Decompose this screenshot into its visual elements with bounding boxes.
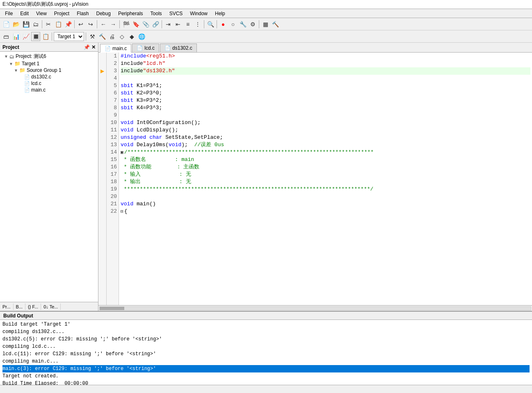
- main-layout: Project 📌 ✕ ▼ 🗂 Project: 测试6 ▼ 📁 Target …: [0, 43, 532, 311]
- project-pin-icon[interactable]: 📌: [84, 44, 90, 50]
- collapse-btn-22[interactable]: ⊟: [121, 208, 123, 215]
- ln-21: 21: [107, 200, 117, 208]
- tb-save-all[interactable]: 🗂: [31, 20, 40, 29]
- code-line-9: [121, 112, 530, 119]
- build-line-9: Build Time Elapsed: 00:00:00: [2, 380, 530, 385]
- tb2-3[interactable]: 📈: [21, 32, 30, 41]
- tb-view-grid[interactable]: ▦: [261, 20, 270, 29]
- tab-lcd-c[interactable]: 📄 lcd.c: [132, 44, 159, 52]
- code-line-15: * 函数名 : main: [121, 156, 530, 163]
- menu-debug[interactable]: Debug: [93, 10, 114, 17]
- hscroll-thumb[interactable]: [100, 307, 124, 310]
- file-lcd-name: lcd.c: [31, 80, 41, 86]
- tab-main-c[interactable]: 📄 main.c: [100, 44, 131, 53]
- code-editor[interactable]: #include<reg51.h> include"lcd.h" include…: [119, 53, 532, 305]
- tb2-build2[interactable]: 🖨: [107, 32, 116, 41]
- sep10: [86, 32, 86, 41]
- tb-open[interactable]: 📂: [11, 20, 21, 29]
- proj-tab-te[interactable]: 0↓ Te...: [41, 303, 61, 310]
- tree-source-group[interactable]: ▼ 📁 Source Group 1: [1, 67, 97, 74]
- project-name: Project: 测试6: [16, 53, 46, 60]
- tb-build-stop[interactable]: ●: [219, 20, 228, 29]
- ln-10: 10: [107, 119, 117, 126]
- tree-target1[interactable]: ▼ 📁 Target 1: [1, 60, 97, 67]
- tb-indent3[interactable]: ≡: [183, 20, 192, 29]
- menu-flash[interactable]: Flash: [73, 10, 92, 17]
- code-container: ▶: [98, 53, 532, 305]
- tb-nav-fwd[interactable]: →: [109, 20, 118, 29]
- tb-misc1[interactable]: 🔍: [206, 20, 215, 29]
- tb-cut[interactable]: ✂: [44, 20, 53, 29]
- tb-indent2[interactable]: ⇤: [174, 20, 183, 29]
- build-line-5: lcd.c(11): error C129: missing ';' befor…: [2, 350, 530, 358]
- tb-new[interactable]: 📄: [2, 20, 11, 29]
- code-line-1-content: #include: [121, 53, 146, 60]
- project-tree: ▼ 🗂 Project: 测试6 ▼ 📁 Target 1 ▼ 📁 Source…: [0, 52, 98, 302]
- menu-window[interactable]: Window: [187, 10, 211, 17]
- ln-11: 11: [107, 126, 117, 134]
- tb-bookmark2[interactable]: 🔖: [131, 20, 140, 29]
- build-line-2: compiling ds1302.c...: [2, 328, 530, 336]
- code-line-11: void LcdDisplay();: [121, 126, 530, 134]
- tree-file-lcd[interactable]: 📄 lcd.c: [1, 80, 97, 87]
- tb2-5[interactable]: 📋: [41, 32, 50, 41]
- menu-edit[interactable]: Edit: [17, 10, 32, 17]
- tab-lcd-c-label: lcd.c: [144, 45, 155, 51]
- sep9: [52, 32, 52, 41]
- tb-bookmark4[interactable]: 🔗: [151, 20, 160, 29]
- code-line-6: sbit K2=P3^0;: [121, 90, 530, 97]
- tb-undo[interactable]: ↩: [76, 20, 85, 29]
- horizontal-scrollbar[interactable]: [98, 305, 532, 311]
- menu-peripherals[interactable]: Peripherals: [115, 10, 146, 17]
- tree-file-main[interactable]: 📄 main.c: [1, 87, 97, 93]
- tb-build-circle[interactable]: ○: [228, 20, 237, 29]
- tb2-4[interactable]: 🔳: [31, 32, 40, 41]
- tb2-build4[interactable]: ◆: [127, 32, 136, 41]
- menu-file[interactable]: File: [2, 10, 16, 17]
- tb-copy[interactable]: 📋: [54, 20, 63, 29]
- tree-file-ds1302[interactable]: 📄 ds1302.c: [1, 74, 97, 80]
- menu-tools[interactable]: Tools: [147, 10, 165, 17]
- tb2-6[interactable]: ⚒: [88, 32, 97, 41]
- file-ds1302-icon: 📄: [24, 74, 30, 80]
- tb-indent4[interactable]: ⋮: [193, 20, 202, 29]
- tab-ds1302-c[interactable]: 📄 ds1302.c: [160, 44, 197, 52]
- menu-view[interactable]: View: [33, 10, 50, 17]
- toolbar1: 📄 📂 💾 🗂 ✂ 📋 📌 ↩ ↪ ← → 🏁 🔖 📎 🔗 ⇥ ⇤ ≡ ⋮ 🔍 …: [0, 18, 532, 30]
- arrow-3: ▶: [100, 67, 104, 75]
- tb2-build5[interactable]: 🌐: [137, 32, 146, 41]
- tb2-1[interactable]: 🗃: [2, 32, 11, 41]
- proj-tab-b[interactable]: B...: [14, 303, 26, 310]
- tb-nav-back[interactable]: ←: [99, 20, 108, 29]
- tb-bookmark3[interactable]: 📎: [141, 20, 150, 29]
- menu-project[interactable]: Project: [51, 10, 73, 17]
- build-line-7-highlighted[interactable]: main.c(3): error C129: missing ';' befor…: [2, 365, 530, 372]
- tb2-2[interactable]: 📊: [11, 32, 21, 41]
- tb-indent1[interactable]: ⇥: [164, 20, 173, 29]
- tb-build-s1[interactable]: 🔧: [238, 20, 247, 29]
- tb2-build3[interactable]: ◇: [117, 32, 126, 41]
- tb2-build1[interactable]: 🔨: [98, 32, 107, 41]
- code-line-5: sbit K1=P3^1;: [121, 82, 530, 90]
- menu-svcs[interactable]: SVCS: [166, 10, 186, 17]
- tb-save[interactable]: 💾: [21, 20, 30, 29]
- tb-redo[interactable]: ↪: [86, 20, 95, 29]
- menu-help[interactable]: Help: [212, 10, 228, 17]
- code-line-1: #include<reg51.h>: [121, 53, 530, 60]
- hscroll-track[interactable]: [99, 306, 531, 310]
- tb-bookmark1[interactable]: 🏁: [121, 20, 130, 29]
- code-line-16: * 函数功能 : 主函数: [121, 163, 530, 171]
- project-bottom-tabs: Pr... B... {} F... 0↓ Te...: [0, 302, 98, 311]
- expand-target-icon: ▼: [9, 62, 13, 66]
- tb-paste[interactable]: 📌: [64, 20, 73, 29]
- tb-build-s2[interactable]: ⚙: [248, 20, 257, 29]
- project-close-icon[interactable]: ✕: [91, 44, 96, 50]
- ln-8: 8: [107, 104, 117, 112]
- target-select[interactable]: Target 1: [54, 32, 84, 41]
- build-output-title: Build Output: [3, 313, 33, 319]
- tb-settings[interactable]: 🔨: [271, 20, 280, 29]
- proj-tab-f[interactable]: {} F...: [25, 303, 41, 310]
- tree-project-root[interactable]: ▼ 🗂 Project: 测试6: [1, 53, 97, 60]
- collapse-btn-14[interactable]: ▣: [121, 149, 123, 156]
- proj-tab-pr[interactable]: Pr...: [0, 303, 14, 310]
